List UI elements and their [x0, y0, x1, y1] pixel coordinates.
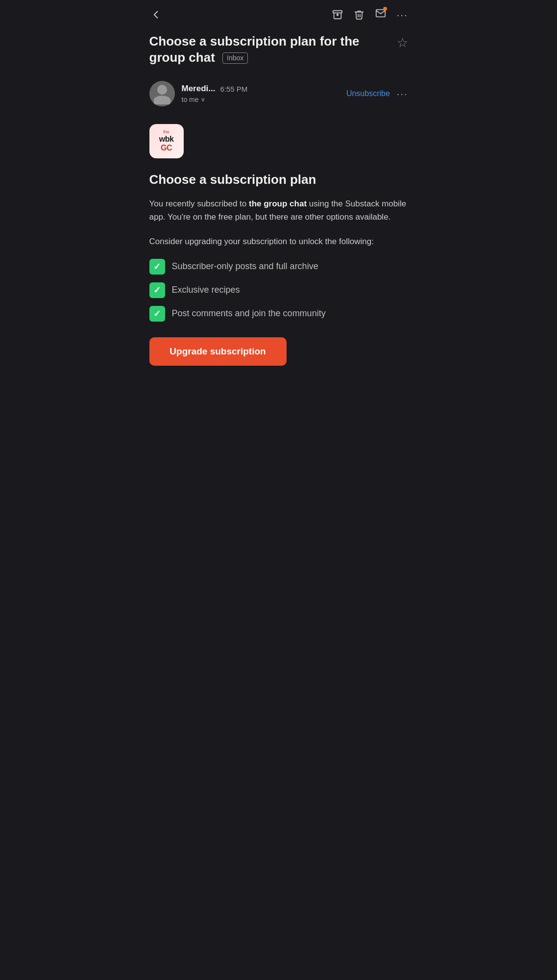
list-item: Subscriber-only posts and full archive	[149, 259, 408, 275]
sender-actions: Unsubscribe ···	[346, 88, 408, 100]
brand-logo-wbk: wbk	[159, 135, 174, 144]
archive-button[interactable]	[332, 9, 343, 20]
star-button[interactable]: ☆	[397, 35, 408, 50]
features-list: Subscriber-only posts and full archive E…	[149, 259, 408, 322]
brand-logo-inner: the wbk GC	[159, 130, 174, 152]
upgrade-button[interactable]: Upgrade subscription	[149, 337, 287, 366]
toolbar: ···	[140, 0, 418, 27]
check-icon-2	[149, 282, 165, 298]
more-button[interactable]: ···	[397, 9, 408, 21]
email-content-heading: Choose a subscription plan	[149, 172, 408, 187]
mail-notification-dot	[383, 7, 387, 11]
paragraph1-start: You recently subscribed to	[149, 199, 249, 208]
sender-name: Meredi...	[182, 84, 216, 94]
email-body: the wbk GC Choose a subscription plan Yo…	[140, 114, 418, 385]
toolbar-left	[149, 8, 162, 21]
unsubscribe-button[interactable]: Unsubscribe	[346, 89, 390, 98]
sender-time: 6:55 PM	[220, 85, 247, 93]
list-item: Exclusive recipes	[149, 282, 408, 298]
brand-logo-gc: GC	[159, 144, 174, 152]
toolbar-right: ···	[332, 8, 408, 22]
sender-row: Meredi... 6:55 PM to me ∨ Unsubscribe ··…	[140, 75, 418, 114]
back-button[interactable]	[149, 8, 162, 21]
avatar-person-icon	[149, 81, 175, 106]
to-me-row[interactable]: to me ∨	[182, 96, 339, 103]
sender-info: Meredi... 6:55 PM to me ∨	[182, 84, 339, 103]
brand-logo-the: the	[159, 130, 174, 135]
mail-button[interactable]	[375, 8, 386, 22]
avatar	[149, 81, 175, 106]
brand-logo: the wbk GC	[149, 124, 184, 158]
paragraph1-bold: the group chat	[249, 199, 307, 208]
to-me-label: to me	[182, 96, 199, 103]
mail-icon-wrapper	[375, 8, 386, 22]
email-title-text: Choose a subscription plan for the group…	[149, 34, 360, 65]
list-item: Post comments and join the community	[149, 306, 408, 322]
email-title: Choose a subscription plan for the group…	[149, 33, 391, 65]
trash-button[interactable]	[354, 9, 364, 20]
feature-1: Subscriber-only posts and full archive	[172, 261, 318, 272]
feature-3: Post comments and join the community	[172, 308, 326, 319]
email-title-area: Choose a subscription plan for the group…	[140, 27, 418, 75]
email-paragraph-2: Consider upgrading your subscription to …	[149, 235, 408, 248]
check-icon-1	[149, 259, 165, 275]
chevron-down-icon: ∨	[201, 96, 205, 103]
email-paragraph-1: You recently subscribed to the group cha…	[149, 197, 408, 224]
sender-more-button[interactable]: ···	[397, 88, 408, 100]
sender-name-row: Meredi... 6:55 PM	[182, 84, 339, 94]
inbox-badge: Inbox	[222, 52, 248, 64]
feature-2: Exclusive recipes	[172, 285, 240, 295]
check-icon-3	[149, 306, 165, 322]
